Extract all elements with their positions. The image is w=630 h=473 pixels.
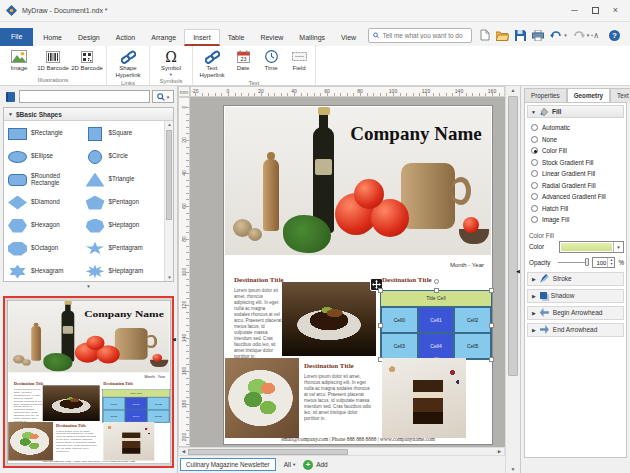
shape-group-header[interactable]: ▼ $Basic Shapes [4,108,173,121]
shape-library-icon[interactable] [3,90,17,103]
table-cell[interactable]: Cell2 [454,307,491,333]
open-icon[interactable] [496,30,509,41]
text-hyperlink-button[interactable]: Text Hyperlink [195,47,229,79]
fill-option-automatic[interactable]: Automatic [531,122,622,134]
tab-action[interactable]: Action [108,30,143,46]
meat-dish-image[interactable] [282,282,376,356]
fill-color-picker[interactable]: ▾ [559,241,624,253]
table-cell[interactable]: Cell1 [418,307,455,333]
opacity-slider[interactable] [558,257,589,267]
shape-item-triangle[interactable]: $Triangle [86,169,164,190]
table-cell[interactable]: Cell0 [381,307,418,333]
fill-option-radial-gradient[interactable]: Radial Gradient Fill [531,180,622,192]
save-icon[interactable] [515,30,526,41]
shape-item-square[interactable]: $Square [86,123,164,144]
tab-home[interactable]: Home [35,30,70,46]
fill-option-stock-gradient[interactable]: Stock Gradient Fill [531,157,622,169]
shape-item-hexagram[interactable]: $Hexagram [8,261,86,282]
shape-item-ellipse[interactable]: $Ellipse [8,146,86,167]
table-cell[interactable]: Cell3 [381,333,418,359]
scroll-up-icon[interactable]: ▲ [165,122,174,127]
stroke-section-header[interactable]: ▶Stroke [527,272,624,286]
search-input[interactable] [382,32,467,39]
article-title[interactable]: Destination Title [382,276,472,284]
symbol-button[interactable]: Ω Symbol ▾ [152,47,190,77]
new-document-icon[interactable] [480,29,490,41]
dessert-image[interactable] [382,358,466,438]
opacity-spinner[interactable]: 100 ▲▼ [592,257,615,268]
tab-insert[interactable]: Insert [184,29,220,46]
selected-table[interactable]: Title Cell Cell0 Cell1 Cell2 Cell3 Cell4… [380,290,492,360]
image-button[interactable]: Image [2,47,36,76]
vertical-scrollbar[interactable]: ▲ ▼ ◀ [505,86,520,473]
fill-option-hatch[interactable]: Hatch Fill [531,203,622,215]
hero-image[interactable]: Company Name [225,107,491,255]
panel-splitter[interactable]: ▼ [0,282,177,290]
page-footer-text[interactable]: email@company.com | Phone 888 888 8888 |… [224,436,492,442]
tab-design[interactable]: Design [70,30,108,46]
article-title[interactable]: Destination Title [304,362,376,370]
selection-handle[interactable] [434,288,439,293]
shape-item-pentagram[interactable]: $Pentagram [86,238,164,259]
page-filter-dropdown[interactable]: All ▾ [284,461,296,468]
page-tab-culinary-newsletter[interactable]: Culinary Magazine Newsletter [180,458,276,471]
shape-item-hexagon[interactable]: $Hexagon [8,215,86,236]
add-page-button[interactable]: + Add [303,460,328,470]
fill-option-color-fill[interactable]: Color Fill [531,145,622,157]
maximize-icon[interactable] [592,7,599,14]
shape-item-circle[interactable]: $Circle [86,146,164,167]
shape-item-rectangle[interactable]: $Rectangle [8,123,86,144]
fill-section-header[interactable]: ▼ Fill [527,105,624,118]
shape-hyperlink-button[interactable]: Shape Hyperlink [109,47,147,79]
minimize-icon[interactable]: ─ [571,6,577,15]
time-button[interactable]: Time [257,47,285,79]
fill-option-image[interactable]: Image Fill [531,214,622,226]
tab-file[interactable]: File [0,28,33,46]
redo-caret-icon[interactable]: ▾ [587,32,590,38]
document-page[interactable]: Company Name Month - Year Destination Ti… [223,105,493,445]
selection-handle[interactable] [378,288,383,293]
slider-thumb[interactable] [585,258,589,266]
tab-geometry[interactable]: Geometry [567,88,610,102]
shape-item-rounded-rectangle[interactable]: $Rounded Rectangle [8,169,86,190]
table-title-cell[interactable]: Title Cell [381,291,491,307]
drawing-canvas[interactable]: Company Name Month - Year Destination Ti… [190,97,505,447]
selection-handle[interactable] [489,323,494,328]
shape-search-input[interactable] [19,90,150,103]
close-icon[interactable]: × [613,6,618,15]
table-cell[interactable]: Cell4 [418,333,455,359]
scroll-left-icon[interactable]: ◀ [179,448,188,456]
selection-handle[interactable] [489,288,494,293]
scroll-down-icon[interactable]: ▼ [165,275,174,280]
selection-handle[interactable] [489,357,494,362]
tab-mailings[interactable]: Mailings [291,30,333,46]
tab-properties[interactable]: Properties [524,88,567,102]
spin-down-icon[interactable]: ▼ [608,262,614,267]
shape-list-scrollbar[interactable]: ▲ ▼ [164,121,173,281]
shape-item-diamond[interactable]: $Diamond [8,192,86,213]
article-body[interactable]: Lorem ipsum dolor sit amet, rhoncus adip… [304,374,374,422]
undo-icon[interactable] [550,30,562,40]
shape-item-octagon[interactable]: $Octagon [8,238,86,259]
collapse-ribbon-icon[interactable]: ∧ [593,31,599,40]
redo-icon[interactable] [573,30,585,40]
tab-text[interactable]: Text [610,88,630,102]
shadow-section-header[interactable]: ▶Shadow [527,289,624,303]
salad-image[interactable] [225,358,299,438]
tell-me-search[interactable] [368,28,472,43]
company-name-text[interactable]: Company Name [347,123,485,144]
page-preview-selected[interactable]: Company Name Month - Year Destination Ti… [3,296,174,468]
shape-item-heptagon[interactable]: $Heptagon [86,215,164,236]
begin-arrowhead-section-header[interactable]: ▶Begin Arrowhead [527,306,624,320]
article-body[interactable]: Lorem ipsum dolor sit amet, rhoncus adip… [234,288,282,360]
end-arrowhead-section-header[interactable]: ▶End Arrowhead [527,323,624,337]
scrollbar-thumb[interactable] [188,449,348,455]
date-button[interactable]: 23 Date [229,47,257,79]
shape-item-heptagram[interactable]: $Heptagram [86,261,164,282]
shape-search-button[interactable]: ▾ [152,90,174,103]
scrollbar-thumb[interactable] [508,96,518,376]
scroll-up-icon[interactable]: ▲ [506,87,520,93]
scrollbar-thumb[interactable] [166,130,172,220]
tab-view[interactable]: View [333,30,364,46]
tab-arrange[interactable]: Arrange [143,30,184,46]
